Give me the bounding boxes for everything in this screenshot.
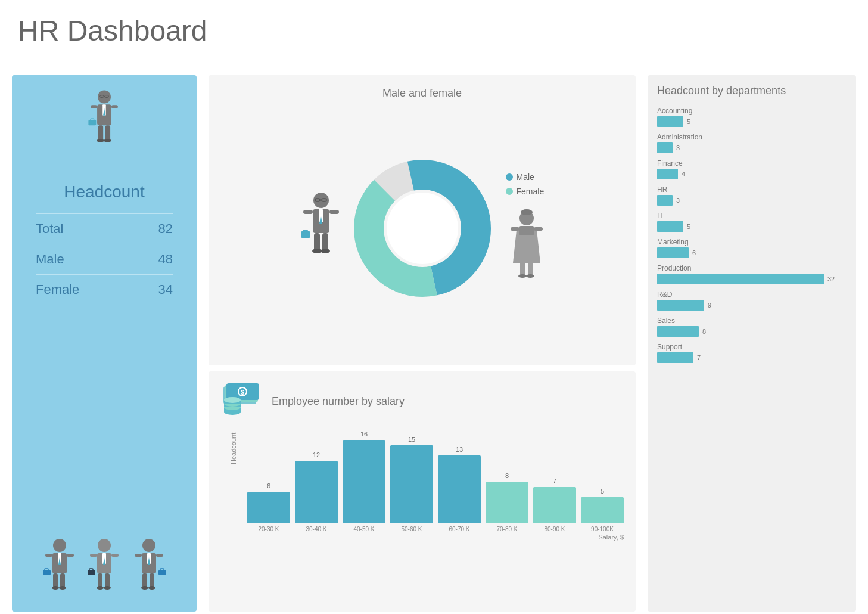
dept-row: Accounting 5 (657, 107, 847, 127)
svg-rect-32 (111, 554, 119, 557)
bar-top-label: 8 (505, 472, 509, 479)
female-dot (506, 188, 513, 195)
dept-row: R&D 9 (657, 290, 847, 311)
dept-bar-container: 6 (657, 247, 847, 258)
dept-bar-container: 4 (657, 169, 847, 179)
dept-bar (657, 221, 683, 232)
male-label: Male (36, 252, 64, 267)
title-divider (12, 57, 856, 57)
svg-rect-35 (98, 573, 102, 588)
svg-rect-43 (135, 554, 142, 557)
dept-bar (657, 300, 704, 311)
dept-name: Sales (657, 317, 847, 325)
dept-bar-value: 5 (687, 118, 690, 125)
dept-bar-value: 6 (692, 249, 696, 256)
svg-rect-75 (519, 226, 534, 235)
x-axis-label: Salary, $ (247, 534, 624, 541)
svg-rect-23 (53, 573, 58, 588)
svg-rect-78 (520, 262, 525, 276)
dept-bar (657, 326, 699, 337)
bar-x-label: 50-60 K (401, 526, 422, 532)
svg-rect-22 (45, 569, 48, 570)
svg-rect-10 (91, 119, 94, 120)
page-title: HR Dashboard (0, 0, 868, 57)
salary-bar-chart: 6 20-30 K 12 30-40 K 16 40-50 K 15 50-60… (247, 425, 624, 532)
y-axis-label: Headcount (230, 433, 237, 464)
svg-point-93 (224, 397, 241, 403)
bar (295, 461, 338, 523)
person-figure-large (83, 87, 125, 153)
svg-rect-12 (105, 125, 110, 141)
bar-group-70-80 K: 8 70-80 K (486, 472, 528, 532)
svg-rect-34 (89, 569, 93, 570)
salary-icon: $ (220, 383, 262, 419)
dept-bar (657, 169, 678, 179)
bar-x-label: 30-40 K (306, 526, 326, 532)
bar-group-20-30 K: 6 20-30 K (247, 482, 290, 532)
svg-point-25 (52, 586, 59, 590)
bar (438, 455, 481, 523)
bar-group-30-40 K: 12 30-40 K (295, 451, 338, 532)
dept-name: Marketing (657, 238, 847, 246)
svg-rect-76 (511, 227, 519, 231)
dept-bar (657, 142, 673, 153)
svg-rect-47 (142, 573, 147, 588)
svg-rect-59 (329, 210, 339, 214)
donut-chart: 59 41 (351, 157, 494, 300)
dept-bar-container: 3 (657, 142, 847, 153)
svg-rect-44 (156, 554, 163, 557)
svg-rect-36 (105, 573, 110, 588)
bar-group-40-50 K: 16 40-50 K (343, 430, 385, 532)
dept-name: Production (657, 264, 847, 272)
dept-bar-container: 9 (657, 300, 847, 311)
bar-top-label: 5 (601, 488, 604, 495)
dept-row: Sales 8 (657, 317, 847, 337)
svg-text:$: $ (241, 389, 244, 396)
person-icon-2 (85, 537, 124, 600)
total-value: 82 (158, 221, 173, 237)
dept-bar (657, 352, 693, 363)
svg-rect-46 (160, 569, 164, 570)
dept-name: R&D (657, 290, 847, 299)
bar-top-label: 12 (313, 451, 320, 458)
bar (390, 445, 433, 523)
svg-point-37 (97, 586, 104, 590)
dept-title: Headcount by departments (657, 85, 847, 97)
bar-group-80-90 K: 7 80-90 K (533, 477, 576, 532)
dept-name: Support (657, 343, 847, 351)
headcount-row-male: Male 48 (36, 244, 173, 274)
dept-bar-container: 5 (657, 116, 847, 127)
svg-rect-63 (322, 233, 328, 251)
bar (247, 492, 290, 523)
svg-point-38 (104, 586, 111, 590)
bar-group-60-70 K: 13 60-70 K (438, 446, 481, 532)
bar (486, 482, 528, 523)
bar-group-90-100K: 5 90-100K (581, 488, 624, 532)
bar (533, 487, 576, 523)
legend-male-label: Male (517, 172, 534, 182)
svg-rect-48 (150, 573, 154, 588)
dept-bar-value: 8 (702, 328, 706, 335)
donut-section: Male and female (209, 75, 636, 365)
svg-rect-77 (534, 227, 543, 231)
dept-row: HR 3 (657, 185, 847, 206)
salary-header: $ Employee number by salary (220, 383, 624, 419)
dept-name: IT (657, 212, 847, 220)
people-icons (41, 519, 169, 600)
male-value: 48 (158, 252, 173, 267)
headcount-rows: Total 82 Male 48 Female 34 (24, 213, 185, 305)
dept-bar-container: 32 (657, 274, 847, 284)
svg-point-39 (142, 539, 155, 552)
svg-point-13 (97, 139, 104, 142)
bar-x-label: 20-30 K (258, 526, 279, 532)
svg-point-80 (518, 274, 527, 278)
bar (581, 497, 624, 523)
headcount-row-total: Total 82 (36, 213, 173, 244)
left-panel: Headcount Total 82 Male 48 Female 34 (12, 75, 197, 612)
headcount-title: Headcount (64, 182, 144, 201)
dept-row: Support 7 (657, 343, 847, 363)
dept-bar (657, 247, 689, 258)
dept-bar-container: 7 (657, 352, 847, 363)
dept-row: Finance 4 (657, 159, 847, 179)
dept-bar-container: 5 (657, 221, 847, 232)
